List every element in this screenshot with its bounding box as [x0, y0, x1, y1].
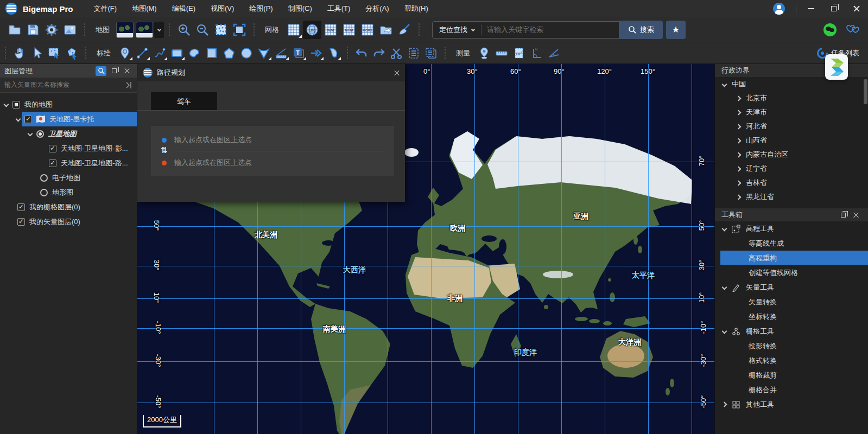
draw-sector-button[interactable]	[255, 45, 273, 61]
search-mode-dropdown[interactable]: 定位查找	[433, 25, 481, 35]
chevron-down-icon[interactable]	[722, 285, 727, 290]
checkbox-checked[interactable]	[17, 203, 25, 211]
user-avatar[interactable]	[773, 3, 785, 15]
favorites-button[interactable]: ★	[666, 21, 686, 39]
chevron-right-icon[interactable]	[736, 110, 742, 115]
chevron-right-icon[interactable]	[736, 180, 742, 186]
undo-button[interactable]	[353, 45, 370, 61]
basemap-thumbnail-2[interactable]	[136, 22, 153, 38]
menu-map[interactable]: 地图(M)	[125, 2, 163, 16]
clear-button[interactable]	[395, 21, 414, 39]
toolbox-item-contour-generate[interactable]: 等高线生成	[715, 236, 868, 251]
menu-help[interactable]: 帮助(H)	[398, 2, 435, 16]
route-end-row[interactable]: 输入起点或在图区上选点	[151, 152, 394, 174]
restore-button[interactable]	[822, 0, 845, 17]
measure-area-button[interactable]: m²	[510, 45, 528, 61]
toolbox-item-vector-convert[interactable]: 矢量转换	[715, 295, 868, 309]
layer-row-electronic-map[interactable]: 电子地图	[0, 170, 137, 185]
chevron-right-icon[interactable]	[736, 194, 742, 200]
layer-row-satellite-imagery[interactable]: 天地图-卫星地图-影...	[0, 141, 137, 156]
redo-button[interactable]	[370, 45, 388, 61]
chevron-down-icon[interactable]	[16, 117, 21, 122]
basemap-thumbnail-1[interactable]	[116, 22, 134, 38]
admin-row-tianjin[interactable]: 天津市	[715, 105, 868, 119]
brand-logo-badge[interactable]	[825, 54, 848, 80]
draw-arrow-button[interactable]	[307, 45, 325, 61]
chevron-down-icon[interactable]	[722, 329, 727, 334]
admin-row-shanxi[interactable]: 山西省	[715, 133, 868, 148]
toolbox-item-format-convert[interactable]: 格式转换	[715, 353, 868, 368]
admin-row-heilongjiang[interactable]: 黑龙江省	[715, 190, 868, 204]
collapse-input-icon[interactable]	[125, 82, 132, 88]
admin-row-beijing[interactable]: 北京市	[715, 91, 868, 105]
measure-point-button[interactable]	[476, 45, 493, 61]
route-start-row[interactable]: 输入起点或在图区上选点	[151, 129, 394, 151]
mgrs-grid-button[interactable]: MGRS	[358, 21, 377, 39]
checkbox-checked[interactable]	[49, 145, 56, 152]
chevron-right-icon[interactable]	[736, 138, 742, 143]
zoom-in-button[interactable]	[175, 21, 193, 39]
hearts-icon[interactable]	[846, 24, 860, 36]
layer-row-tianditu-mercator[interactable]: 天地图-墨卡托	[0, 112, 137, 126]
admin-row-neimenggu[interactable]: 内蒙古自治区	[715, 148, 868, 162]
checkbox-checked[interactable]	[17, 218, 25, 226]
search-button[interactable]: 搜索	[619, 21, 663, 39]
toolbox-item-isoline-grid[interactable]: 创建等值线网格	[715, 265, 868, 280]
draw-circle-button[interactable]	[238, 45, 255, 61]
layer-row-satellite-roads[interactable]: 天地图-卫星地图-路...	[0, 156, 137, 170]
menu-view[interactable]: 视图(V)	[204, 2, 240, 16]
save-button[interactable]	[24, 21, 42, 39]
layer-search-button[interactable]	[96, 66, 106, 76]
grid-button[interactable]	[284, 21, 303, 39]
menu-draw[interactable]: 绘图(P)	[243, 2, 279, 16]
cut-button[interactable]	[388, 45, 405, 61]
chevron-right-icon[interactable]	[736, 166, 742, 171]
draw-freeform-button[interactable]	[186, 45, 203, 61]
search-input[interactable]	[481, 25, 619, 34]
wechat-icon[interactable]	[823, 23, 837, 36]
draw-rectangle-button[interactable]	[168, 45, 186, 61]
measure-distance-button[interactable]	[493, 45, 510, 61]
close-button[interactable]	[845, 0, 868, 17]
draw-line-button[interactable]	[134, 45, 151, 61]
image-export-button[interactable]	[61, 21, 79, 39]
layer-row-my-vector[interactable]: 我的矢量图层(0)	[0, 214, 137, 229]
map-viewport[interactable]: 0°30°60°90°120°150°70°50°50°30°30°10°10°…	[137, 64, 714, 434]
copy-list-button[interactable]	[405, 45, 422, 61]
menu-tools[interactable]: 工具(T)	[321, 2, 357, 16]
layer-search-placeholder[interactable]: 输入矢量图元名称搜索	[4, 80, 69, 90]
zoom-region-button[interactable]	[212, 21, 230, 39]
chevron-down-icon[interactable]	[722, 81, 727, 87]
radio-off[interactable]	[40, 174, 48, 182]
chevron-down-icon[interactable]	[722, 226, 727, 232]
checkbox-checked[interactable]	[49, 159, 56, 167]
toolbox-group-raster[interactable]: 栅格工具	[715, 324, 868, 339]
draw-curve-button[interactable]	[151, 45, 168, 61]
tab-driving[interactable]: 驾车	[151, 92, 217, 110]
chevron-right-icon[interactable]	[722, 402, 727, 407]
dialog-close-button[interactable]	[394, 70, 400, 75]
menu-analysis[interactable]: 分析(A)	[359, 2, 395, 16]
toolbox-group-elevation[interactable]: 高程工具	[715, 221, 868, 236]
draw-slope-button[interactable]	[273, 45, 290, 61]
toolbox-group-vector[interactable]: 矢量工具	[715, 280, 868, 295]
toolbox-item-raster-clip[interactable]: 栅格裁剪	[715, 368, 868, 382]
chevron-right-icon[interactable]	[736, 95, 742, 101]
draw-arc-button[interactable]	[325, 45, 342, 61]
toolbox-item-projection-convert[interactable]: 投影转换	[715, 339, 868, 353]
measure-angle-button[interactable]: N	[528, 45, 545, 61]
settings-button[interactable]	[42, 21, 61, 39]
toolbox-close-button[interactable]	[851, 210, 861, 220]
menu-cartography[interactable]: 制图(C)	[282, 2, 319, 16]
basemap-dropdown[interactable]	[154, 22, 164, 38]
polygon-select-button[interactable]	[63, 45, 80, 61]
layer-row-terrain-map[interactable]: 地形图	[0, 185, 137, 200]
latlng-grid-button[interactable]: Lng	[303, 21, 321, 39]
menu-file[interactable]: 文件(F)	[87, 2, 124, 16]
full-extent-button[interactable]	[230, 21, 249, 39]
layer-panel-close-button[interactable]	[122, 66, 132, 76]
start-input-placeholder[interactable]: 输入起点或在图区上选点	[174, 135, 252, 145]
nm-grid-button[interactable]: N+M	[340, 21, 358, 39]
toolbox-float-button[interactable]	[838, 210, 848, 220]
toolbox-item-raster-merge[interactable]: 栅格合并	[715, 382, 868, 397]
